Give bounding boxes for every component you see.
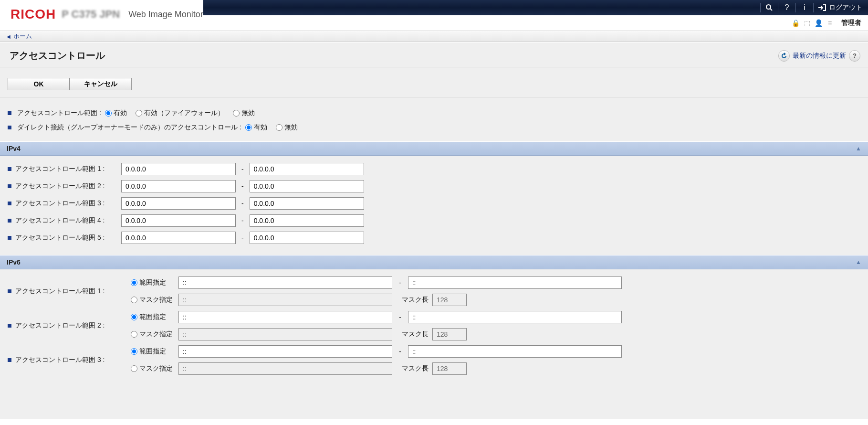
ipv4-range-row-4: アクセスコントロール範囲 4 :- [8, 212, 860, 229]
range-dash: - [396, 348, 404, 355]
direct-radio-input-0[interactable] [245, 124, 252, 131]
search-icon[interactable] [763, 1, 776, 14]
ipv6-2-mode-range-radio[interactable] [131, 314, 137, 320]
logout-label: ログアウト [829, 3, 862, 12]
ipv4-range-row-1: アクセスコントロール範囲 1 :- [8, 160, 860, 178]
ipv6-1-mode-range-radio[interactable] [131, 279, 137, 286]
ipv6-range-label-2: アクセスコントロール範囲 2 : [15, 321, 105, 330]
range-radio-0[interactable]: 有効 [105, 109, 127, 117]
ipv6-2-mode-range[interactable]: 範囲指定 [131, 313, 175, 321]
ipv4-range-4-end[interactable] [250, 214, 364, 227]
ipv6-1-mask-addr[interactable] [178, 294, 392, 306]
ipv6-1-mode-mask[interactable]: マスク指定 [131, 296, 175, 304]
page-help-button[interactable]: ? [849, 50, 860, 62]
ipv6-2-range-start[interactable] [178, 311, 392, 323]
range-radio-label-2: 無効 [241, 109, 255, 117]
ipv6-masklen-label: マスク長 [402, 296, 429, 304]
help-icon[interactable]: ? [780, 1, 794, 14]
direct-radio-input-1[interactable] [276, 124, 282, 131]
ipv4-fields: アクセスコントロール範囲 1 :-アクセスコントロール範囲 2 :-アクセスコン… [0, 156, 868, 255]
ipv6-3-range-start[interactable] [178, 345, 392, 358]
bullet-icon [8, 289, 11, 293]
ipv4-range-row-5: アクセスコントロール範囲 5 :- [8, 229, 860, 246]
logout-button[interactable]: ログアウト [816, 3, 868, 12]
ipv4-range-2-end[interactable] [250, 180, 364, 192]
direct-option-label: ダイレクト接続（グループオーナーモードのみ）のアクセスコントロール : [17, 123, 241, 132]
breadcrumb-home-link[interactable]: ホーム [13, 32, 32, 40]
range-radio-input-0[interactable] [105, 110, 112, 117]
ipv6-2-mode-mask-radio[interactable] [131, 331, 137, 338]
ipv6-fields: アクセスコントロール範囲 1 :範囲指定-マスク指定マスク長アクセスコントロール… [0, 269, 868, 386]
ipv4-range-2-start[interactable] [121, 180, 236, 192]
collapse-icon[interactable]: ▲ [856, 145, 861, 152]
collapse-icon[interactable]: ▲ [856, 259, 861, 266]
ipv6-2-mask-len[interactable] [432, 328, 467, 340]
page-title: アクセスコントロール [10, 49, 105, 62]
ipv6-1-range-end[interactable] [408, 276, 622, 289]
ipv6-range-label-1: アクセスコントロール範囲 1 : [15, 287, 105, 296]
brand-area: RICOH P C375 JPN Web Image Monitor [0, 0, 203, 29]
ipv4-range-label-2: アクセスコントロール範囲 2 : [15, 182, 105, 191]
range-radio-input-2[interactable] [233, 110, 240, 117]
ipv6-mode-range-label: 範囲指定 [139, 278, 166, 287]
ipv6-masklen-label: マスク長 [402, 364, 429, 373]
user-icon[interactable]: 👤 [815, 19, 822, 27]
range-radio-input-1[interactable] [136, 110, 142, 117]
ipv6-3-mask-len[interactable] [432, 362, 467, 375]
list-icon[interactable]: ≡ [826, 19, 834, 27]
ipv4-range-1-end[interactable] [250, 163, 364, 175]
ipv4-range-5-end[interactable] [250, 232, 364, 244]
ipv4-range-1-start[interactable] [121, 163, 236, 175]
direct-radio-0[interactable]: 有効 [245, 123, 267, 132]
ipv6-masklen-label: マスク長 [402, 330, 429, 339]
ipv6-1-mode-range[interactable]: 範囲指定 [131, 278, 175, 287]
info-icon[interactable]: i [798, 1, 811, 14]
ipv6-mode-mask-label: マスク指定 [139, 296, 173, 304]
ipv4-range-3-end[interactable] [250, 197, 364, 210]
range-dash: - [239, 182, 247, 190]
ok-button[interactable]: OK [8, 78, 70, 90]
svg-line-1 [770, 9, 772, 11]
main-content[interactable]: アクセスコントロール 最新の情報に更新 ? OK キャンセル アクセスコントロー… [0, 42, 868, 419]
ipv6-3-mode-range-radio[interactable] [131, 348, 137, 355]
ipv6-3-mask-addr[interactable] [178, 362, 392, 375]
range-dash: - [396, 279, 404, 287]
ipv6-mode-range-label: 範囲指定 [139, 313, 166, 321]
ipv4-range-5-start[interactable] [121, 232, 236, 244]
ipv6-2-mask-addr[interactable] [178, 328, 392, 340]
ipv6-2-mode-mask[interactable]: マスク指定 [131, 330, 175, 339]
ipv4-range-label-5: アクセスコントロール範囲 5 : [15, 234, 105, 242]
range-radio-2[interactable]: 無効 [233, 109, 255, 117]
ipv6-range-row-1: アクセスコントロール範囲 1 :範囲指定-マスク指定マスク長 [8, 274, 860, 308]
direct-radio-1[interactable]: 無効 [276, 123, 298, 132]
range-radio-label-0: 有効 [114, 109, 127, 117]
direct-radio-label-1: 無効 [284, 123, 298, 132]
ipv6-3-range-end[interactable] [408, 345, 622, 358]
lock-icon[interactable]: 🔒 [792, 19, 799, 27]
ipv6-3-mode-mask-radio[interactable] [131, 365, 137, 372]
options-section: アクセスコントロール範囲 : 有効有効（ファイアウォール）無効 ダイレクト接続（… [0, 97, 868, 141]
ipv6-1-mode-mask-radio[interactable] [131, 297, 137, 303]
range-dash: - [239, 234, 247, 242]
ipv6-1-range-start[interactable] [178, 276, 392, 289]
range-dash: - [396, 313, 404, 321]
ipv6-3-mode-range[interactable]: 範囲指定 [131, 347, 175, 356]
refresh-link[interactable]: 最新の情報に更新 [793, 52, 846, 60]
access-control-range-option: アクセスコントロール範囲 : 有効有効（ファイアウォール）無効 [8, 106, 860, 120]
network-icon[interactable]: ⬚ [803, 19, 811, 27]
cancel-button[interactable]: キャンセル [70, 78, 132, 90]
ipv6-1-mask-len[interactable] [432, 294, 467, 306]
ipv6-2-range-end[interactable] [408, 311, 622, 323]
bullet-icon [8, 126, 11, 129]
admin-label: 管理者 [841, 19, 861, 27]
range-radio-label-1: 有効（ファイアウォール） [144, 109, 224, 117]
ipv6-range-label-3: アクセスコントロール範囲 3 : [15, 356, 105, 364]
range-radio-1[interactable]: 有効（ファイアウォール） [136, 109, 224, 117]
ipv4-range-3-start[interactable] [121, 197, 236, 210]
ipv6-section-header: IPv6 ▲ [0, 255, 868, 269]
ipv6-3-mode-mask[interactable]: マスク指定 [131, 364, 175, 373]
refresh-button[interactable] [778, 50, 790, 62]
ipv6-mode-mask-label: マスク指定 [139, 330, 173, 339]
ipv4-range-4-start[interactable] [121, 214, 236, 227]
bullet-icon [8, 202, 11, 205]
